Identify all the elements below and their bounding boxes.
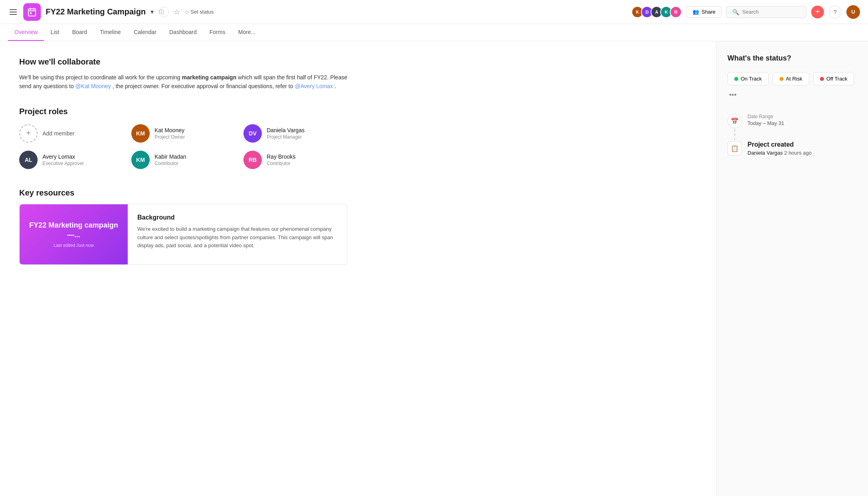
role-title-avery: Executive Approver bbox=[42, 161, 84, 166]
project-created-time-value: 2 hours ago bbox=[784, 150, 812, 156]
menu-button[interactable] bbox=[8, 8, 18, 16]
collab-bold: marketing campaign bbox=[182, 74, 236, 81]
search-bar: 🔍 bbox=[726, 6, 806, 18]
app-icon bbox=[23, 3, 41, 21]
avatar-kat[interactable]: KM bbox=[131, 124, 150, 143]
key-resources-section: Key resources FY22 Marketing campaign —.… bbox=[19, 188, 697, 265]
kat-mooney-link[interactable]: @Kat Mooney bbox=[75, 83, 111, 89]
role-title-ray: Contributor bbox=[267, 161, 295, 166]
role-name-ray: Ray Brooks bbox=[267, 153, 295, 160]
avatar[interactable]: R bbox=[670, 6, 682, 18]
share-icon: 👥 bbox=[693, 9, 699, 15]
role-name-daniela: Daniela Vargas bbox=[267, 127, 305, 133]
tab-calendar[interactable]: Calendar bbox=[127, 24, 163, 41]
resource-title: Background bbox=[137, 214, 338, 221]
collab-text-3: , the project owner. For executive appro… bbox=[113, 83, 295, 89]
on-track-label: On Track bbox=[741, 76, 762, 82]
svg-rect-1 bbox=[30, 12, 32, 14]
project-created-content: Project created Daniela Vargas 2 hours a… bbox=[747, 141, 812, 156]
role-name-kat: Kat Mooney bbox=[155, 127, 185, 133]
role-title-kabir: Contributor bbox=[155, 161, 186, 166]
collaboration-title: How we'll collaborate bbox=[19, 57, 697, 67]
add-member-card[interactable]: + Add member bbox=[19, 124, 123, 143]
dropdown-button[interactable]: ▾ bbox=[151, 8, 154, 16]
svg-rect-0 bbox=[28, 9, 36, 16]
role-info-kat: Kat Mooney Project Owner bbox=[155, 127, 185, 140]
role-card-daniela: DV Daniela Vargas Project Manager bbox=[243, 124, 348, 143]
role-info-ray: Ray Brooks Contributor bbox=[267, 153, 295, 166]
menu-icon bbox=[8, 8, 18, 16]
main-layout: How we'll collaborate We'll be using thi… bbox=[0, 41, 868, 496]
role-card-avery: AL Avery Lomax Executive Approver bbox=[19, 151, 123, 169]
tab-more[interactable]: More... bbox=[232, 24, 262, 41]
avatar-avery[interactable]: AL bbox=[19, 151, 38, 169]
search-icon: 🔍 bbox=[732, 9, 739, 15]
at-risk-dot bbox=[780, 77, 784, 81]
tab-dashboard[interactable]: Dashboard bbox=[163, 24, 203, 41]
tab-overview[interactable]: Overview bbox=[8, 24, 44, 41]
share-button[interactable]: 👥 Share bbox=[687, 6, 721, 18]
timeline-connector bbox=[734, 129, 735, 140]
project-roles-section: Project roles + Add member KM Kat Mooney… bbox=[19, 107, 697, 169]
off-track-button[interactable]: Off Track bbox=[813, 72, 854, 85]
avatar-kabir[interactable]: KM bbox=[131, 151, 150, 169]
project-created-title: Project created bbox=[747, 141, 812, 148]
project-title: FY22 Marketing Campaign bbox=[46, 7, 146, 16]
off-track-label: Off Track bbox=[826, 76, 848, 82]
resource-thumbnail: FY22 Marketing campaign —... Last edited… bbox=[20, 204, 128, 264]
date-range-content: Date Range Today – May 31 bbox=[747, 114, 857, 126]
tab-board[interactable]: Board bbox=[66, 24, 93, 41]
role-name-kabir: Kabir Madan bbox=[155, 153, 186, 160]
resource-card[interactable]: FY22 Marketing campaign —... Last edited… bbox=[19, 204, 348, 265]
roles-grid: + Add member KM Kat Mooney Project Owner… bbox=[19, 124, 348, 169]
status-more-button[interactable]: ••• bbox=[727, 89, 738, 101]
collaboration-section: How we'll collaborate We'll be using thi… bbox=[19, 57, 697, 91]
project-creator-name: Daniela Vargas bbox=[747, 150, 783, 156]
role-name-avery: Avery Lomax bbox=[42, 153, 84, 160]
top-header: FY22 Marketing Campaign ▾ ⓘ ☆ ○ Set stat… bbox=[0, 0, 868, 24]
collaborator-avatars: K D A K R bbox=[631, 6, 682, 18]
on-track-button[interactable]: On Track bbox=[727, 72, 769, 85]
collab-text-4: . bbox=[335, 83, 336, 89]
at-risk-label: At Risk bbox=[786, 76, 802, 82]
tab-list[interactable]: List bbox=[44, 24, 66, 41]
avatar-ray[interactable]: RB bbox=[243, 151, 262, 169]
sidebar: What's the status? On Track At Risk Off … bbox=[716, 41, 868, 496]
off-track-dot bbox=[820, 77, 824, 81]
timeline-section: 📅 Date Range Today – May 31 📋 Project cr… bbox=[727, 114, 857, 156]
role-info-kabir: Kabir Madan Contributor bbox=[155, 153, 186, 166]
tab-forms[interactable]: Forms bbox=[203, 24, 232, 41]
project-created-meta: Daniela Vargas 2 hours ago bbox=[747, 150, 812, 156]
add-member-label: Add member bbox=[42, 130, 74, 137]
resource-thumb-title: FY22 Marketing campaign —... bbox=[28, 221, 120, 240]
roles-title: Project roles bbox=[19, 107, 697, 116]
at-risk-button[interactable]: At Risk bbox=[773, 72, 809, 85]
header-right: K D A K R 👥 Share 🔍 + ? U bbox=[631, 5, 860, 19]
on-track-dot bbox=[734, 77, 738, 81]
add-button[interactable]: + bbox=[811, 6, 824, 18]
role-info-daniela: Daniela Vargas Project Manager bbox=[267, 127, 305, 140]
avatar-daniela[interactable]: DV bbox=[243, 124, 262, 143]
add-member-circle-icon: + bbox=[19, 124, 38, 143]
role-card-kat: KM Kat Mooney Project Owner bbox=[131, 124, 235, 143]
help-button[interactable]: ? bbox=[829, 6, 842, 18]
status-buttons: On Track At Risk Off Track ••• bbox=[727, 72, 857, 101]
info-button[interactable]: ⓘ bbox=[159, 7, 169, 17]
set-status-button[interactable]: ○ Set status bbox=[185, 8, 213, 16]
search-input[interactable] bbox=[742, 9, 800, 15]
role-title-kat: Project Owner bbox=[155, 134, 185, 140]
star-button[interactable]: ☆ bbox=[174, 8, 180, 16]
tab-timeline[interactable]: Timeline bbox=[94, 24, 127, 41]
resource-description: We're excited to build a marketing campa… bbox=[137, 225, 338, 250]
sidebar-title: What's the status? bbox=[727, 54, 857, 63]
calendar-icon: 📅 bbox=[727, 114, 742, 128]
content-area: How we'll collaborate We'll be using thi… bbox=[0, 41, 716, 496]
role-card-kabir: KM Kabir Madan Contributor bbox=[131, 151, 235, 169]
user-avatar[interactable]: U bbox=[846, 5, 860, 19]
collab-text-1: We'll be using this project to coordinat… bbox=[19, 74, 182, 81]
avery-lomax-link[interactable]: @Avery Lomax bbox=[295, 83, 333, 89]
nav-tabs: Overview List Board Timeline Calendar Da… bbox=[0, 24, 868, 41]
role-title-daniela: Project Manager bbox=[267, 134, 305, 140]
calendar-icon bbox=[27, 7, 37, 17]
resource-thumb-subtitle: Last edited Just now bbox=[54, 243, 94, 248]
